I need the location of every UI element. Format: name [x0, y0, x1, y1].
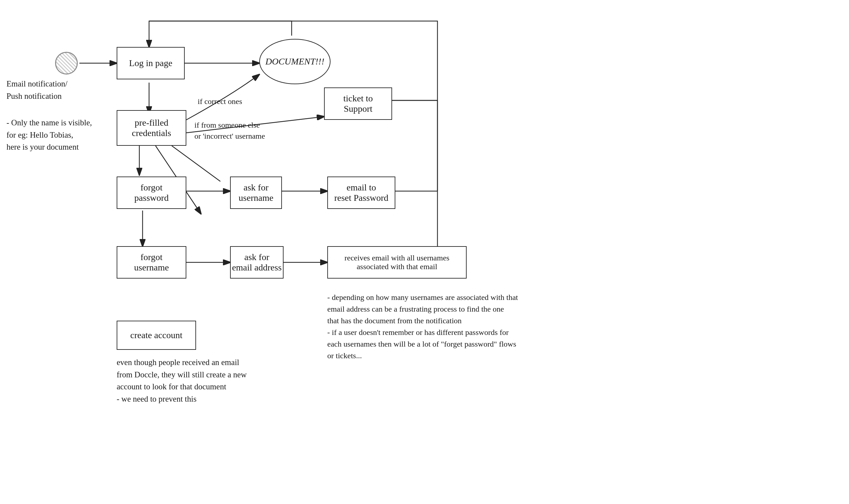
- receives-email-node: receives email with all usernames associ…: [327, 246, 466, 278]
- login-page-node: Log in page: [117, 47, 185, 79]
- prefilled-credentials-node: pre-filled credentials: [117, 110, 186, 146]
- only-name-note: - Only the name is visible, for eg: Hell…: [6, 116, 92, 153]
- if-correct-label: if correct ones: [198, 95, 242, 107]
- svg-line-8: [172, 146, 220, 181]
- ticket-support-node: ticket to Support: [324, 88, 392, 120]
- start-node: [55, 52, 78, 74]
- ask-username-node: ask for username: [230, 177, 282, 209]
- email-note: - depending on how many usernames are as…: [327, 291, 518, 361]
- start-label: Email notification/ Push notification: [6, 78, 67, 102]
- forgot-password-node: forgot password: [117, 177, 186, 209]
- if-someone-else-label: if from someone else or 'incorrect' user…: [194, 120, 265, 142]
- create-account-node: create account: [117, 321, 196, 350]
- email-reset-password-node: email to reset Password: [327, 177, 395, 209]
- document-node: DOCUMENT!!!: [259, 39, 331, 84]
- ask-email-address-node: ask for email address: [230, 246, 284, 278]
- create-account-note: even though people received an email fro…: [117, 356, 247, 405]
- forgot-username-node: forgot username: [117, 246, 186, 278]
